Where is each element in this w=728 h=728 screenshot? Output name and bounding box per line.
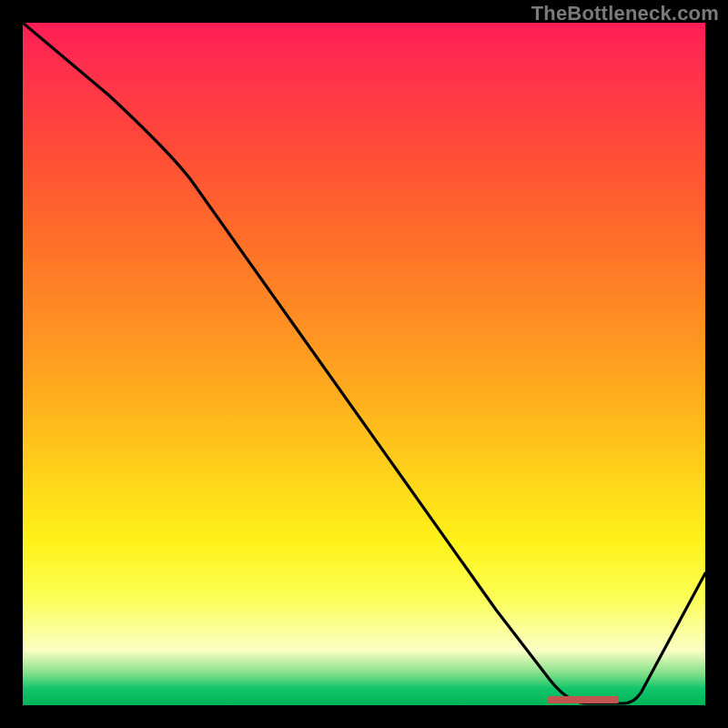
optimal-range-marker — [548, 696, 619, 703]
curve-path — [23, 23, 705, 703]
plot-area — [23, 23, 705, 705]
chart-stage: TheBottleneck.com — [0, 0, 728, 728]
bottleneck-curve — [23, 23, 705, 705]
